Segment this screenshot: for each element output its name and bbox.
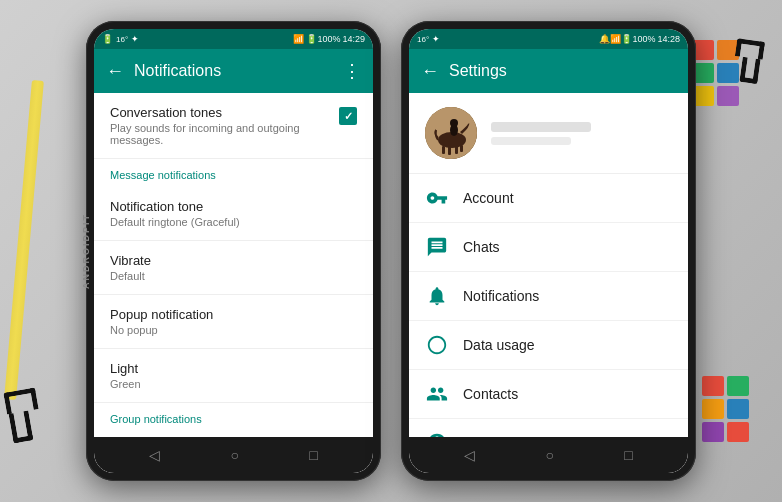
menu-item-data-usage[interactable]: Data usage: [409, 321, 688, 370]
menu-item-contacts[interactable]: Contacts: [409, 370, 688, 419]
status-bar-right: 16° ✦ 🔔📶🔋100% 14:28: [409, 29, 688, 49]
binder-clip-right-top: [736, 40, 764, 83]
notifications-screen-content: Conversation tones Play sounds for incom…: [94, 93, 373, 437]
status-bar-left: 🔋 16° ✦ 📶 🔋100% 14:29: [94, 29, 373, 49]
menu-item-notifications[interactable]: Notifications: [409, 272, 688, 321]
account-label: Account: [463, 190, 514, 206]
menu-item-chats[interactable]: Chats: [409, 223, 688, 272]
status-bar-left-icons: 🔋 16° ✦: [102, 34, 139, 44]
conversation-tones-item[interactable]: Conversation tones Play sounds for incom…: [94, 93, 373, 159]
status-signal-icon: 🔋: [102, 34, 113, 44]
settings-screen-content: Account Chats: [409, 93, 688, 437]
contacts-label: Contacts: [463, 386, 518, 402]
account-icon: [425, 186, 449, 210]
menu-item-account[interactable]: Account: [409, 174, 688, 223]
recents-nav-left[interactable]: □: [309, 447, 317, 463]
app-bar-title-left: Notifications: [134, 62, 333, 80]
app-bar-right: ← Settings: [409, 49, 688, 93]
back-nav-left[interactable]: ◁: [149, 447, 160, 463]
data-usage-icon: [425, 333, 449, 357]
nav-bar-right: ◁ ○ □: [409, 437, 688, 473]
recents-nav-right[interactable]: □: [624, 447, 632, 463]
data-usage-label: Data usage: [463, 337, 535, 353]
more-options-left[interactable]: ⋮: [343, 60, 361, 82]
vibrate-title: Vibrate: [110, 253, 357, 268]
notification-tone-title: Notification tone: [110, 199, 357, 214]
chats-label: Chats: [463, 239, 500, 255]
popup-notification-title: Popup notification: [110, 307, 357, 322]
notifications-icon: [425, 284, 449, 308]
profile-info: [491, 122, 672, 145]
notification-tone-item[interactable]: Notification tone Default ringtone (Grac…: [94, 187, 373, 241]
back-button-right[interactable]: ←: [421, 61, 439, 82]
svg-point-7: [450, 119, 458, 127]
app-bar-left: ← Notifications ⋮: [94, 49, 373, 93]
binder-clip-left: [5, 390, 37, 442]
svg-rect-3: [448, 146, 451, 155]
light-title: Light: [110, 361, 357, 376]
profile-section[interactable]: [409, 93, 688, 174]
avatar: [425, 107, 477, 159]
profile-status: [491, 137, 571, 145]
status-bar-right-icons: 📶 🔋100% 14:29: [293, 34, 365, 44]
phones-container: ANDROIDPIT 🔋 16° ✦ 📶 🔋100% 14:29 ← Notif…: [86, 21, 696, 481]
vibrate-item[interactable]: Vibrate Default: [94, 241, 373, 295]
side-label: ANDROIDPIT: [81, 213, 91, 289]
profile-name: [491, 122, 591, 132]
home-nav-right[interactable]: ○: [546, 447, 554, 463]
nav-bar-left: ◁ ○ □: [94, 437, 373, 473]
back-nav-right[interactable]: ◁: [464, 447, 475, 463]
notification-tone-subtitle: Default ringtone (Graceful): [110, 216, 357, 228]
menu-item-help[interactable]: Help: [409, 419, 688, 437]
chats-icon: [425, 235, 449, 259]
phone-left-screen: 🔋 16° ✦ 📶 🔋100% 14:29 ← Notifications ⋮: [94, 29, 373, 473]
conversation-tones-checkbox[interactable]: [339, 107, 357, 125]
app-bar-title-right: Settings: [449, 62, 676, 80]
back-button-left[interactable]: ←: [106, 61, 124, 82]
group-notifications-header: Group notifications: [94, 403, 373, 431]
light-subtitle: Green: [110, 378, 357, 390]
notifications-label: Notifications: [463, 288, 539, 304]
conversation-tones-title: Conversation tones: [110, 105, 339, 120]
phone-right: 16° ✦ 🔔📶🔋100% 14:28 ← Settings: [401, 21, 696, 481]
message-notifications-header: Message notifications: [94, 159, 373, 187]
svg-rect-5: [460, 145, 463, 152]
colored-blocks-bottom-right: [702, 376, 762, 442]
phone-right-screen: 16° ✦ 🔔📶🔋100% 14:28 ← Settings: [409, 29, 688, 473]
home-nav-left[interactable]: ○: [231, 447, 239, 463]
light-item[interactable]: Light Green: [94, 349, 373, 403]
popup-notification-subtitle: No popup: [110, 324, 357, 336]
svg-rect-4: [455, 146, 458, 154]
conversation-tones-subtitle: Play sounds for incoming and outgoing me…: [110, 122, 339, 146]
popup-notification-item[interactable]: Popup notification No popup: [94, 295, 373, 349]
contacts-icon: [425, 382, 449, 406]
phone-left: ANDROIDPIT 🔋 16° ✦ 📶 🔋100% 14:29 ← Notif…: [86, 21, 381, 481]
svg-rect-2: [442, 146, 445, 154]
vibrate-subtitle: Default: [110, 270, 357, 282]
